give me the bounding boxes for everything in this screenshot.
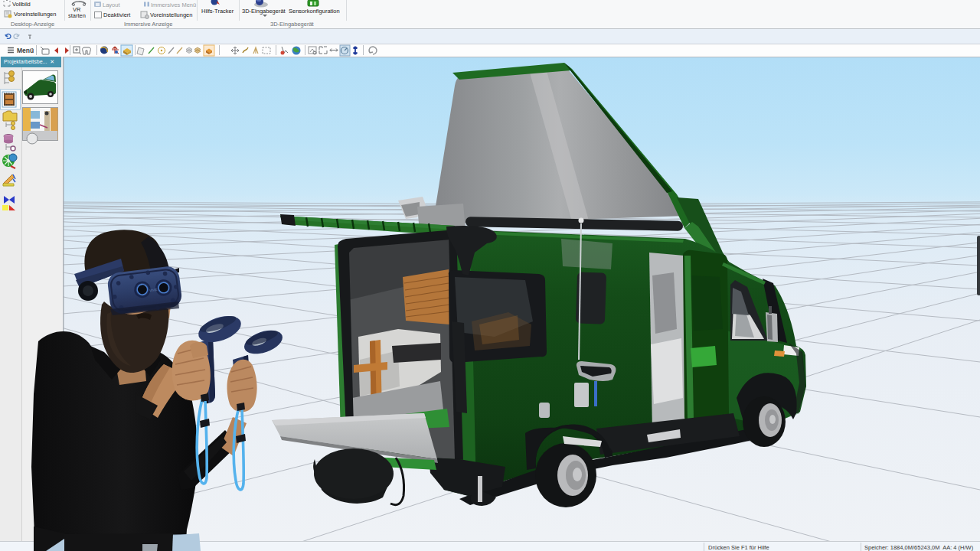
svg-text:Menü: Menü (17, 47, 34, 54)
